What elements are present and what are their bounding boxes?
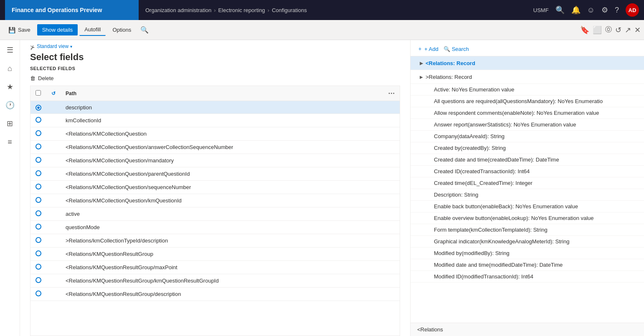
table-row[interactable]: <Relations/KMCollectionQuestion/mandator… [30, 154, 400, 167]
table-row[interactable]: <Relations/KMQuestionResultGroup/descrip… [30, 288, 400, 301]
view-selector[interactable]: Standard view ▾ [37, 43, 72, 49]
table-row[interactable]: <Relations/KMCollectionQuestion/kmQuesti… [30, 194, 400, 207]
avatar[interactable]: AD [626, 3, 639, 17]
radio-cell[interactable] [30, 194, 46, 207]
table-row[interactable]: kmCollectionId [30, 114, 400, 127]
tree-item[interactable]: Company(dataAreaId): String [411, 131, 644, 142]
tree-item[interactable]: Modified ID(modifiedTransactionId): Int6… [411, 271, 644, 283]
tree-item[interactable]: Answer report(answerStatistics): NoYes E… [411, 119, 644, 131]
tree-item[interactable]: Allow respondent comments(enableNote): N… [411, 107, 644, 119]
table-row[interactable]: <Relations/KMCollectionQuestion/sequence… [30, 181, 400, 194]
table-container[interactable]: ↺ Path ⋯ descriptionkmCollectionId<Relat… [30, 86, 400, 336]
delete-button[interactable]: 🗑 Delete [30, 73, 54, 83]
tree-item[interactable]: Created time(dEL_CreatedTime): Integer [411, 177, 644, 189]
sidebar-recent-icon[interactable]: 🕐 [2, 97, 18, 114]
tree-expand-icon[interactable]: ▶ [417, 73, 426, 81]
radio-button[interactable] [35, 237, 41, 243]
table-row[interactable]: <Relations/KMCollectionQuestion/answerCo… [30, 141, 400, 154]
notification-icon[interactable]: 🔔 [571, 5, 581, 15]
radio-button[interactable] [35, 105, 41, 111]
radio-button[interactable] [35, 157, 41, 163]
breadcrumb-er[interactable]: Electronic reporting [218, 7, 265, 13]
table-row[interactable]: active [30, 207, 400, 221]
radio-button[interactable] [35, 184, 41, 189]
table-row[interactable]: <Relations/KMCollectionQuestion/parentQu… [30, 167, 400, 181]
table-row[interactable]: >Relations/kmCollectionTypeId/descriptio… [30, 234, 400, 248]
tree-item[interactable]: Form template(kmCollectionTemplateId): S… [411, 224, 644, 236]
radio-button[interactable] [35, 197, 41, 203]
tree-item[interactable]: Modified by(modifiedBy): String [411, 248, 644, 259]
radio-button[interactable] [35, 210, 41, 216]
table-row[interactable]: description [30, 101, 400, 114]
tree-item[interactable]: ▶<Relations: Record [411, 56, 644, 70]
sidebar-home-icon[interactable]: ⌂ [2, 60, 18, 77]
radio-cell[interactable] [30, 181, 46, 194]
table-row[interactable]: <Relations/KMQuestionResultGroup/kmQuest… [30, 274, 400, 288]
radio-cell[interactable] [30, 207, 46, 221]
open-new-icon[interactable]: ↗ [625, 25, 631, 35]
radio-cell[interactable] [30, 248, 46, 261]
breadcrumb-org[interactable]: Organization administration [145, 7, 211, 13]
tree-item[interactable]: Description: String [411, 189, 644, 201]
save-button[interactable]: 💾 Save [3, 24, 35, 36]
radio-cell[interactable] [30, 141, 46, 154]
refresh-col-icon[interactable]: ↺ [51, 91, 56, 96]
radio-cell[interactable] [30, 288, 46, 301]
table-row[interactable]: questionMode [30, 221, 400, 234]
sidebar-list-icon[interactable]: ≡ [2, 134, 18, 150]
bookmark-icon[interactable]: 🔖 [580, 25, 589, 35]
tree-item[interactable]: Graphical indicator(kmKnowledgeAnalogMet… [411, 236, 644, 248]
radio-button[interactable] [35, 277, 41, 283]
tree-item[interactable]: Modified date and time(modifiedDateTime)… [411, 259, 644, 271]
search-button[interactable]: 🔍 Search [444, 46, 469, 52]
select-all-header[interactable] [30, 86, 46, 101]
radio-cell[interactable] [30, 154, 46, 167]
breadcrumb-conf[interactable]: Configurations [272, 7, 307, 13]
radio-cell[interactable] [30, 261, 46, 274]
radio-cell[interactable] [30, 127, 46, 141]
radio-cell[interactable] [30, 101, 46, 114]
help-icon[interactable]: ? [615, 6, 619, 15]
select-all-checkbox[interactable] [35, 90, 41, 96]
radio-cell[interactable] [30, 274, 46, 288]
tree-item[interactable]: Enable overview button(enableLookup): No… [411, 212, 644, 224]
autofill-button[interactable]: Autofill [79, 24, 106, 36]
add-button[interactable]: ＋ + Add [417, 45, 439, 53]
radio-button[interactable] [35, 117, 41, 123]
refresh-icon[interactable]: ↺ [615, 25, 621, 35]
radio-button[interactable] [35, 264, 41, 270]
settings-icon[interactable]: ⚙ [601, 5, 608, 15]
sidebar-menu-icon[interactable]: ☰ [2, 42, 18, 58]
table-row[interactable]: <Relations/KMQuestionResultGroup/maxPoin… [30, 261, 400, 274]
close-icon[interactable]: ✕ [634, 25, 641, 35]
table-row[interactable]: <Relations/KMCollectionQuestion [30, 127, 400, 141]
search-icon[interactable]: 🔍 [555, 5, 565, 15]
radio-button[interactable] [35, 130, 41, 136]
radio-button[interactable] [35, 291, 41, 296]
radio-button[interactable] [35, 144, 41, 149]
filter-icon[interactable]: ⊁ [30, 44, 35, 51]
tree-item[interactable]: Active: NoYes Enumeration value [411, 84, 644, 96]
tree-expand-icon[interactable]: ▶ [417, 59, 426, 67]
show-details-button[interactable]: Show details [37, 24, 78, 35]
sidebar-workspace-icon[interactable]: ⊞ [2, 115, 18, 132]
radio-cell[interactable] [30, 234, 46, 248]
column-more-button[interactable]: ⋯ [388, 89, 395, 97]
radio-cell[interactable] [30, 221, 46, 234]
sidebar-star-icon[interactable]: ★ [2, 78, 18, 95]
tree-item[interactable]: Created date and time(createdDateTime): … [411, 154, 644, 166]
tree-item[interactable]: Created ID(createdTransactionId): Int64 [411, 166, 644, 177]
radio-cell[interactable] [30, 114, 46, 127]
table-row[interactable]: <Relations/KMQuestionResultGroup [30, 248, 400, 261]
toolbar-search-button[interactable]: 🔍 [138, 23, 151, 36]
radio-button[interactable] [35, 170, 41, 176]
radio-button[interactable] [35, 224, 41, 230]
options-button[interactable]: Options [107, 24, 136, 35]
tree-item[interactable]: Enable back button(enableBack): NoYes En… [411, 201, 644, 212]
tree-item[interactable]: All questions are required(allQuestionsM… [411, 96, 644, 107]
company-selector[interactable]: USMF [533, 7, 549, 13]
radio-button[interactable] [35, 250, 41, 256]
radio-cell[interactable] [30, 167, 46, 181]
tree-item[interactable]: ▶>Relations: Record [411, 70, 644, 84]
expand-icon[interactable]: ⬜ [593, 25, 602, 35]
